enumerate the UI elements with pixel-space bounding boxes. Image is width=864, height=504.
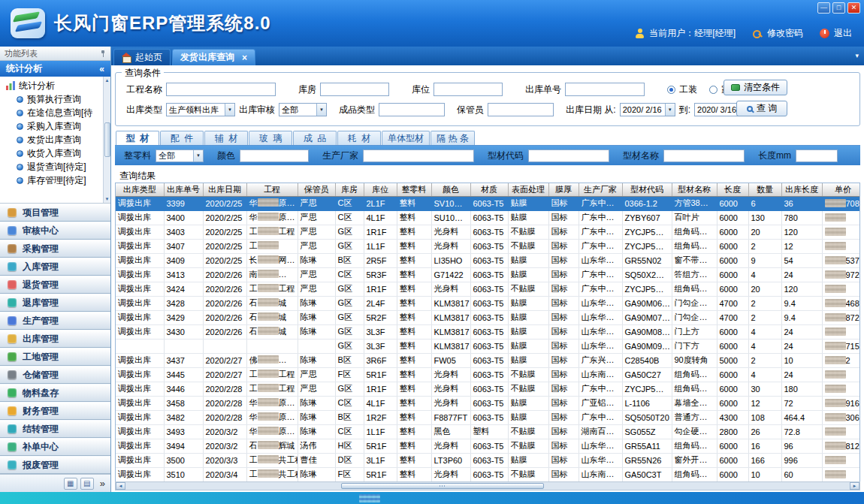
more-buttons-chevron[interactable]: » (100, 478, 105, 489)
maximize-button[interactable]: □ (832, 2, 845, 14)
scroll-left-icon[interactable]: ◄ (116, 482, 125, 490)
material-tab-5[interactable]: 耗 材 (337, 131, 381, 145)
material-tab-4[interactable]: 成 品 (293, 131, 337, 145)
section-header[interactable]: 统计分析 « (0, 61, 110, 77)
column-header[interactable]: 库房 (335, 183, 364, 196)
column-header[interactable]: 膜厚 (548, 183, 579, 196)
column-header[interactable]: 整零料 (397, 183, 431, 196)
outbound-type-select[interactable]: 生产领料出库 ▼ (166, 103, 235, 116)
keeper-input[interactable] (488, 103, 554, 116)
table-row[interactable]: 调拨出库34032020/2/25工工程严思G区1R1F整料光身料6063-T5… (116, 225, 860, 239)
table-row[interactable]: 调拨出库34242020/2/26工工程严思G区1R1F整料光身料6063-T5… (116, 282, 860, 296)
sidebar-tree-item-4[interactable]: 收货入库查询 (0, 146, 103, 160)
location-input[interactable] (434, 83, 503, 96)
tree-scrollbar[interactable]: ▲ ▼ (103, 77, 110, 203)
material-tab-2[interactable]: 辅 材 (204, 131, 248, 145)
sidebar-panel-5[interactable]: 退库管理 (0, 294, 110, 312)
color-input[interactable] (240, 149, 309, 162)
tab-overflow-chevron-icon[interactable]: ▾ (855, 52, 859, 59)
column-header[interactable]: 出库单号 (164, 183, 203, 196)
column-header[interactable]: 生产厂家 (579, 183, 622, 196)
table-row[interactable]: 调拨出库34002020/2/25华原…严思C区4L1F整料SU10…6063-… (116, 210, 860, 225)
profile-code-input[interactable] (528, 149, 609, 162)
sidebar-panel-8[interactable]: 工地管理 (0, 348, 110, 366)
sidebar-panel-1[interactable]: 审核中心 (0, 222, 110, 240)
table-row[interactable]: 调拨出库34072020/2/25工严思G区1L1F整料光身料6063-T5不贴… (116, 239, 860, 253)
collapse-chevron-icon[interactable]: « (99, 64, 104, 74)
column-header[interactable]: 单价 (822, 183, 860, 196)
sidebar-tree-root[interactable]: 统计分析 (0, 79, 103, 92)
product-type-input[interactable] (379, 103, 445, 116)
pin-icon[interactable] (99, 50, 106, 57)
table-row[interactable]: 调拨出库34132020/2/26南…严思C区5R3F整料G714226063-… (116, 267, 860, 282)
sidebar-panel-7[interactable]: 出库管理 (0, 330, 110, 348)
sidebar-tree-item-3[interactable]: 发货出库查询 (0, 133, 103, 146)
sidebar-panel-9[interactable]: 仓储管理 (0, 366, 110, 384)
material-tab-7[interactable]: 隔 热 条 (430, 131, 475, 145)
sidebar-panel-11[interactable]: 财务管理 (0, 402, 110, 420)
manufacturer-input[interactable] (363, 149, 474, 162)
column-header[interactable]: 出库类型 (116, 183, 164, 196)
outbound-audit-select[interactable]: 全部 ▼ (279, 103, 327, 116)
column-header[interactable]: 型材代码 (622, 183, 672, 196)
search-button[interactable]: 查 询 (736, 101, 787, 116)
whole-material-select[interactable]: 全部 ▼ (156, 149, 204, 162)
column-header[interactable]: 材质 (470, 183, 508, 196)
column-header[interactable]: 表面处理 (508, 183, 548, 196)
table-row[interactable]: G区3L3F整料KLM38176063-T5贴膜国标山东华…GA90M09…门下… (116, 339, 860, 353)
table-row[interactable]: 调拨出库34932020/3/2华原…陈琳C区1L1F整料黑色塑料不贴膜国标湖南… (116, 424, 860, 439)
project-name-input[interactable] (166, 83, 276, 96)
column-header[interactable]: 库位 (364, 183, 397, 196)
outbound-order-input[interactable] (565, 83, 645, 96)
table-row[interactable]: 调拨出库34292020/2/26石城陈琳G区5R2F整料KLM38176063… (116, 310, 860, 324)
warehouse-input[interactable] (320, 83, 389, 96)
table-row[interactable]: 调拨出库34372020/2/27佛…陈琳B区3R6F整料FW056063-T5… (116, 353, 860, 367)
table-row[interactable]: 调拨出库34092020/2/25长网…陈琳B区2R5F整料LI35HO6063… (116, 253, 860, 267)
radio-home-decoration[interactable] (709, 86, 717, 94)
sidebar-tree-item-6[interactable]: 库存管理[待定] (0, 174, 103, 187)
column-header[interactable]: 出库日期 (203, 183, 246, 196)
sidebar-panel-12[interactable]: 结转管理 (0, 420, 110, 438)
scroll-up-icon[interactable]: ▲ (105, 77, 110, 83)
scroll-right-icon[interactable]: ► (850, 482, 859, 490)
profile-name-input[interactable] (663, 149, 745, 162)
table-row[interactable]: 调拨出库34452020/2/27工工程严思F区5R1F整料光身料6063-T5… (116, 367, 860, 382)
sidebar-panel-10[interactable]: 物料盘存 (0, 384, 110, 402)
length-input[interactable] (796, 149, 838, 162)
folder-view-button[interactable]: ▤ (80, 478, 94, 490)
tab-shipment-outbound-query[interactable]: 发货出库查询 × (172, 49, 255, 65)
change-password-link[interactable]: 修改密码 (767, 27, 803, 40)
table-row[interactable]: 调拨出库33992020/2/25华原…严思C区2L1F整料SV10…6063-… (116, 196, 860, 210)
column-header[interactable]: 出库长度 (781, 183, 822, 196)
material-tab-0[interactable]: 型 材 (116, 131, 159, 145)
table-row[interactable]: 调拨出库35102020/3/4工共工程陈琳F区5R1F整料光身料6063-T5… (116, 467, 860, 481)
sidebar-panel-6[interactable]: 生产管理 (0, 312, 110, 330)
clear-conditions-button[interactable]: 清空条件 (724, 80, 787, 95)
logout-link[interactable]: 退出 (834, 27, 852, 40)
date-from-picker[interactable]: 2020/ 2/16 ▼ (620, 103, 675, 116)
sidebar-panel-0[interactable]: 项目管理 (0, 204, 110, 222)
sidebar-tree-item-1[interactable]: 在途信息查询[待 (0, 106, 103, 119)
radio-workwear[interactable] (667, 86, 675, 94)
table-row[interactable]: 调拨出库34582020/2/28华原…陈琳C区4L1F整料光身料6063-T5… (116, 396, 860, 410)
scroll-down-icon[interactable]: ▼ (105, 196, 110, 202)
material-tab-6[interactable]: 单体型材 (382, 131, 430, 145)
table-row[interactable]: 调拨出库34302020/2/26石城陈琳G区3L3F整料KLM38176063… (116, 324, 860, 339)
sidebar-tree-item-5[interactable]: 退货查询[待定] (0, 160, 103, 174)
tab-start-page[interactable]: 起始页 (113, 49, 171, 65)
column-header[interactable]: 长度 (717, 183, 748, 196)
column-header[interactable]: 型材名称 (672, 183, 717, 196)
column-header[interactable]: 工程 (246, 183, 298, 196)
table-row[interactable]: 调拨出库35002020/3/3工共工程曹佳D区3L1F整料LT3P606063… (116, 453, 860, 467)
sidebar-panel-4[interactable]: 退货管理 (0, 276, 110, 294)
table-row[interactable]: 调拨出库34942020/3/2石辉城汤伟H区5R1F整料光身料6063-T5不… (116, 439, 860, 453)
scrollbar-thumb[interactable] (341, 483, 544, 489)
column-header[interactable]: 保管员 (298, 183, 335, 196)
tab-close-icon[interactable]: × (242, 53, 247, 63)
sidebar-tree-item-0[interactable]: 预算执行查询 (0, 92, 103, 106)
table-row[interactable]: 调拨出库34822020/2/28华原…陈琳B区1R2F整料F8877FT606… (116, 410, 860, 424)
sidebar-panel-13[interactable]: 补单中心 (0, 438, 110, 456)
panel-view-button[interactable]: ▦ (64, 478, 77, 490)
sidebar-tree-item-2[interactable]: 采购入库查询 (0, 119, 103, 133)
column-header[interactable]: 颜色 (431, 183, 470, 196)
